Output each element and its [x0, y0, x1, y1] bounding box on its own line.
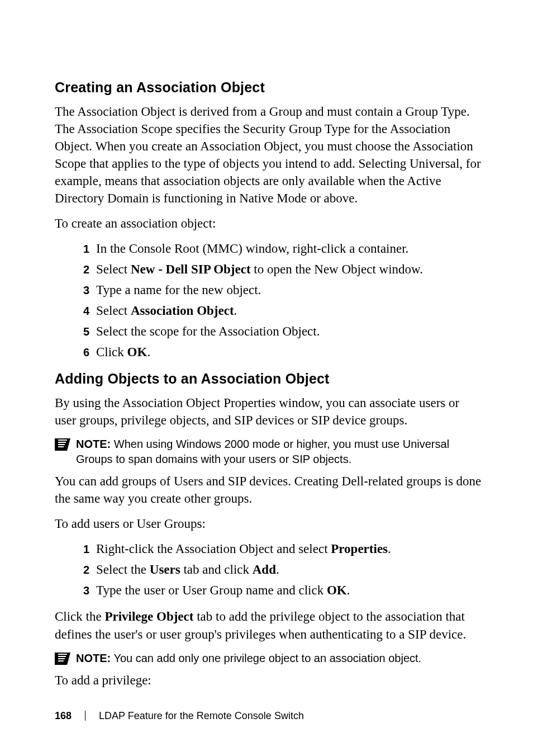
paragraph: You can add groups of Users and SIP devi…: [55, 472, 483, 507]
list-item: 3 Type the user or User Group name and c…: [55, 582, 483, 599]
step-number: 3: [67, 283, 96, 298]
paragraph: To add a privilege:: [55, 672, 483, 689]
step-number: 2: [67, 563, 96, 578]
paragraph: To create an association object:: [55, 215, 483, 232]
list-item: 4 Select Association Object.: [55, 302, 483, 319]
step-text: Type a name for the new object.: [96, 281, 483, 299]
paragraph: Click the Privilege Object tab to add th…: [55, 608, 483, 642]
steps-list-add-users: 1 Right-click the Association Object and…: [55, 540, 483, 599]
step-text: Select New - Dell SIP Object to open the…: [96, 261, 483, 278]
page: Creating an Association Object The Assoc…: [0, 0, 533, 756]
list-item: 3 Type a name for the new object.: [55, 281, 483, 299]
page-number: 168: [55, 709, 72, 722]
step-text: Type the user or User Group name and cli…: [96, 582, 483, 599]
paragraph: To add users or User Groups:: [55, 515, 483, 532]
steps-list-create: 1 In the Console Root (MMC) window, righ…: [55, 240, 483, 361]
footer-separator: [85, 711, 85, 721]
page-footer: 168 LDAP Feature for the Remote Console …: [55, 709, 304, 722]
step-number: 6: [67, 345, 96, 360]
list-item: 1 Right-click the Association Object and…: [55, 540, 483, 557]
step-text: In the Console Root (MMC) window, right-…: [96, 240, 483, 257]
paragraph: The Association Object is derived from a…: [55, 103, 483, 207]
note: NOTE: You can add only one privilege obj…: [55, 651, 483, 666]
note-text: NOTE: You can add only one privilege obj…: [76, 651, 483, 666]
step-number: 1: [67, 242, 96, 257]
note-icon: [55, 652, 70, 664]
note: NOTE: When using Windows 2000 mode or hi…: [55, 437, 483, 467]
step-text: Select the Users tab and click Add.: [96, 561, 483, 578]
heading-adding-objects: Adding Objects to an Association Object: [55, 370, 483, 389]
step-number: 2: [67, 262, 96, 277]
list-item: 1 In the Console Root (MMC) window, righ…: [55, 240, 483, 257]
step-number: 3: [67, 583, 96, 598]
step-number: 1: [67, 542, 96, 557]
step-text: Select the scope for the Association Obj…: [96, 323, 483, 340]
list-item: 2 Select the Users tab and click Add.: [55, 561, 483, 578]
list-item: 6 Click OK.: [55, 343, 483, 361]
step-number: 5: [67, 324, 96, 339]
note-icon: [55, 438, 70, 450]
step-number: 4: [67, 304, 96, 319]
heading-creating-association-object: Creating an Association Object: [55, 78, 483, 97]
list-item: 2 Select New - Dell SIP Object to open t…: [55, 261, 483, 278]
paragraph: By using the Association Object Properti…: [55, 394, 483, 429]
footer-title: LDAP Feature for the Remote Console Swit…: [99, 709, 304, 722]
list-item: 5 Select the scope for the Association O…: [55, 323, 483, 340]
step-text: Select Association Object.: [96, 302, 483, 319]
step-text: Right-click the Association Object and s…: [96, 540, 483, 557]
note-text: NOTE: When using Windows 2000 mode or hi…: [76, 437, 483, 467]
step-text: Click OK.: [96, 343, 483, 361]
